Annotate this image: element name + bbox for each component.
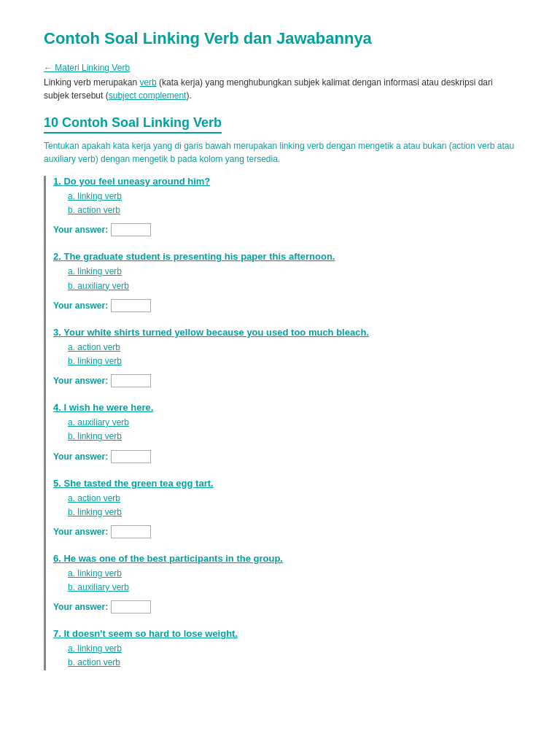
question-6-options: a. linking verb b. auxiliary verb	[68, 567, 516, 595]
intro-complement-link[interactable]: subject complement	[109, 90, 187, 101]
question-2-answer-row: Your answer:	[53, 299, 516, 312]
your-answer-label-4: Your answer:	[53, 452, 108, 462]
question-7-text: It doesn't seem so hard to lose weight.	[63, 628, 238, 639]
question-1-text: Do you feel uneasy around him?	[63, 176, 210, 187]
question-2: 2. The graduate student is presenting hi…	[53, 251, 516, 311]
question-1: 1. Do you feel uneasy around him? a. lin…	[53, 176, 516, 236]
question-5-answer-row: Your answer:	[53, 525, 516, 538]
answer-input-4[interactable]	[111, 450, 151, 463]
your-answer-label-2: Your answer:	[53, 301, 108, 311]
question-4-answer-row: Your answer:	[53, 450, 516, 463]
question-6-number: 6.	[53, 553, 61, 564]
question-7-number: 7.	[53, 628, 61, 639]
question-6: 6. He was one of the best participants i…	[53, 553, 516, 614]
your-answer-label-5: Your answer:	[53, 527, 108, 537]
back-link[interactable]: ← Materi Linking Verb	[44, 63, 516, 73]
question-1-title: 1. Do you feel uneasy around him?	[53, 176, 516, 187]
question-5-option-b: b. linking verb	[68, 506, 516, 519]
page-title: Contoh Soal Linking Verb dan Jawabannya	[44, 29, 516, 48]
answer-input-1[interactable]	[111, 223, 151, 236]
question-2-options: a. linking verb b. auxiliary verb	[68, 265, 516, 293]
section-title: 10 Contoh Soal Linking Verb	[44, 115, 222, 133]
your-answer-label-6: Your answer:	[53, 602, 108, 612]
question-6-answer-row: Your answer:	[53, 600, 516, 614]
question-6-text: He was one of the best participants in t…	[63, 553, 282, 564]
question-3-title: 3. Your white shirts turned yellow becau…	[53, 327, 516, 338]
your-answer-label-1: Your answer:	[53, 225, 108, 235]
question-5-number: 5.	[53, 478, 61, 489]
question-3: 3. Your white shirts turned yellow becau…	[53, 327, 516, 387]
instruction-text: Tentukan apakah kata kerja yang di garis…	[44, 139, 516, 166]
question-7-options: a. linking verb b. action verb	[68, 642, 516, 670]
question-7-option-b: b. action verb	[68, 656, 516, 670]
question-1-number: 1.	[53, 176, 61, 187]
question-2-option-b: b. auxiliary verb	[68, 279, 516, 293]
question-3-options: a. action verb b. linking verb	[68, 341, 516, 368]
question-4-option-a: a. auxiliary verb	[68, 416, 516, 430]
intro-verb-link[interactable]: verb	[139, 77, 156, 88]
question-7: 7. It doesn't seem so hard to lose weigh…	[53, 628, 516, 670]
question-4: 4. I wish he were here. a. auxiliary ver…	[53, 402, 516, 462]
question-3-text: Your white shirts turned yellow because …	[63, 327, 369, 338]
intro-text-part3: ).	[186, 90, 191, 101]
question-5-title: 5. She tasted the green tea egg tart.	[53, 478, 516, 489]
question-7-option-a: a. linking verb	[68, 642, 516, 656]
question-3-option-a: a. action verb	[68, 341, 516, 355]
question-5-option-a: a. action verb	[68, 492, 516, 506]
question-3-answer-row: Your answer:	[53, 374, 516, 387]
question-5-options: a. action verb b. linking verb	[68, 492, 516, 519]
answer-input-6[interactable]	[111, 600, 151, 614]
question-5: 5. She tasted the green tea egg tart. a.…	[53, 478, 516, 538]
answer-input-5[interactable]	[111, 525, 151, 538]
question-6-option-a: a. linking verb	[68, 567, 516, 581]
question-1-answer-row: Your answer:	[53, 223, 516, 236]
question-3-option-b: b. linking verb	[68, 355, 516, 368]
question-7-title: 7. It doesn't seem so hard to lose weigh…	[53, 628, 516, 639]
question-3-number: 3.	[53, 327, 61, 338]
questions-container: 1. Do you feel uneasy around him? a. lin…	[44, 176, 516, 670]
question-4-text: I wish he were here.	[63, 402, 153, 413]
your-answer-label-3: Your answer:	[53, 376, 108, 386]
intro-text-part1: Linking verb merupakan	[44, 77, 139, 88]
question-4-option-b: b. linking verb	[68, 430, 516, 444]
question-4-options: a. auxiliary verb b. linking verb	[68, 416, 516, 444]
question-4-number: 4.	[53, 402, 61, 413]
question-6-title: 6. He was one of the best participants i…	[53, 553, 516, 564]
question-2-title: 2. The graduate student is presenting hi…	[53, 251, 516, 262]
question-4-title: 4. I wish he were here.	[53, 402, 516, 413]
question-1-option-a: a. linking verb	[68, 190, 516, 204]
question-5-text: She tasted the green tea egg tart.	[63, 478, 213, 489]
intro-text: Linking verb merupakan verb (kata kerja)…	[44, 76, 516, 102]
question-2-text: The graduate student is presenting his p…	[63, 251, 335, 262]
question-6-option-b: b. auxiliary verb	[68, 581, 516, 595]
question-2-option-a: a. linking verb	[68, 265, 516, 279]
answer-input-2[interactable]	[111, 299, 151, 312]
question-1-option-b: b. action verb	[68, 204, 516, 217]
question-2-number: 2.	[53, 251, 61, 262]
answer-input-3[interactable]	[111, 374, 151, 387]
question-1-options: a. linking verb b. action verb	[68, 190, 516, 217]
